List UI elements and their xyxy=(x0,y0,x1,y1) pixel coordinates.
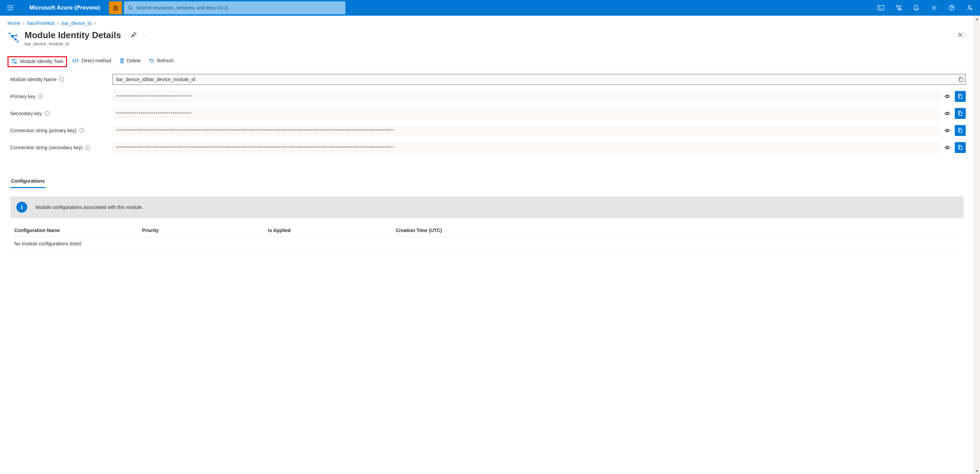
info-banner-text: Module configurations associated with th… xyxy=(35,204,143,210)
svg-point-14 xyxy=(899,8,901,11)
breadcrumb: Home › barsFirstHub › bar_device_id › xyxy=(0,16,974,29)
configurations-grid: Configuration Name Priority Is Applied C… xyxy=(0,218,974,251)
reveal-button[interactable] xyxy=(943,126,952,135)
copy-button[interactable] xyxy=(955,108,966,119)
feedback-button[interactable] xyxy=(962,0,977,15)
pin-button[interactable] xyxy=(131,32,137,37)
svg-rect-39 xyxy=(959,112,962,115)
direct-method-button[interactable]: Direct method xyxy=(68,56,115,67)
svg-point-31 xyxy=(15,62,16,63)
info-icon: i xyxy=(16,202,27,213)
chevron-right-icon: › xyxy=(93,21,96,26)
scroll-up-button[interactable]: ▲ xyxy=(974,16,980,22)
table-header-row: Configuration Name Priority Is Applied C… xyxy=(14,228,959,237)
delete-button[interactable]: Delete xyxy=(116,56,144,67)
top-bar: Microsoft Azure (Preview) xyxy=(0,0,980,16)
preview-bug-button[interactable] xyxy=(109,2,122,14)
svg-point-3 xyxy=(114,6,117,10)
field-label-conn-primary: Connection string (primary key) xyxy=(10,128,76,133)
properties-form: Module Identity Namei bar_device_id/bar_… xyxy=(0,67,974,169)
notifications-button[interactable] xyxy=(908,0,924,15)
svg-rect-41 xyxy=(959,129,962,132)
trash-icon xyxy=(119,58,124,63)
cloud-shell-button[interactable] xyxy=(873,0,889,15)
svg-point-10 xyxy=(129,6,132,9)
module-identity-twin-button[interactable]: Module Identity Twin xyxy=(8,56,67,67)
copy-icon[interactable] xyxy=(959,77,963,82)
svg-line-32 xyxy=(75,59,76,63)
page-title: Module Identity Details xyxy=(24,30,121,41)
svg-line-25 xyxy=(13,35,16,36)
info-icon[interactable]: i xyxy=(45,111,49,116)
copy-button[interactable] xyxy=(955,142,966,153)
svg-line-7 xyxy=(117,8,118,9)
conn-secondary-field[interactable]: ****************************************… xyxy=(112,142,940,153)
svg-point-23 xyxy=(16,35,18,37)
section-tabs: Configurations xyxy=(0,169,974,188)
svg-point-36 xyxy=(947,96,948,97)
breadcrumb-hub[interactable]: barsFirstHub xyxy=(27,21,54,26)
info-icon[interactable]: i xyxy=(85,145,90,150)
svg-rect-37 xyxy=(959,95,962,99)
svg-point-42 xyxy=(947,147,948,148)
svg-point-40 xyxy=(947,130,948,131)
reveal-button[interactable] xyxy=(943,109,952,118)
directory-filter-button[interactable] xyxy=(891,0,907,15)
svg-line-9 xyxy=(116,10,117,10)
toolbar-label: Direct method xyxy=(81,58,111,63)
tab-configurations[interactable]: Configurations xyxy=(10,176,46,188)
sliders-icon xyxy=(11,59,18,64)
search-box[interactable] xyxy=(124,2,345,14)
help-button[interactable] xyxy=(944,0,959,15)
copy-button[interactable] xyxy=(955,125,966,136)
col-config-name[interactable]: Configuration Name xyxy=(14,228,142,233)
breadcrumb-device[interactable]: bar_device_id xyxy=(62,21,91,26)
svg-rect-43 xyxy=(959,146,962,150)
info-icon[interactable]: i xyxy=(38,94,43,99)
reveal-button[interactable] xyxy=(943,92,952,101)
search-input[interactable] xyxy=(136,5,341,11)
refresh-button[interactable]: Refresh xyxy=(145,56,177,67)
vertical-scrollbar[interactable]: ▲ ▼ xyxy=(974,16,980,474)
refresh-icon xyxy=(149,58,154,63)
info-banner: i Module configurations associated with … xyxy=(10,196,964,218)
brand-label[interactable]: Microsoft Azure (Preview) xyxy=(20,5,107,11)
toolbar-label: Module Identity Twin xyxy=(20,59,64,64)
chevron-right-icon: › xyxy=(22,21,25,26)
col-is-applied[interactable]: Is Applied xyxy=(268,228,396,233)
reveal-button[interactable] xyxy=(943,143,952,152)
field-label-conn-secondary: Connection string (secondary key) xyxy=(10,145,83,150)
col-priority[interactable]: Priority xyxy=(142,228,268,233)
chevron-right-icon: › xyxy=(57,21,60,26)
svg-point-17 xyxy=(951,9,952,10)
conn-primary-field[interactable]: ****************************************… xyxy=(112,125,940,136)
more-button[interactable]: ··· xyxy=(143,32,149,37)
copy-button[interactable] xyxy=(955,91,966,102)
breadcrumb-home[interactable]: Home xyxy=(8,21,20,26)
scroll-down-button[interactable]: ▼ xyxy=(974,468,980,474)
close-button[interactable] xyxy=(954,30,966,40)
field-label-name: Module Identity Name xyxy=(10,77,57,82)
svg-line-8 xyxy=(114,10,115,10)
info-icon[interactable]: i xyxy=(59,77,64,82)
svg-point-15 xyxy=(933,7,935,9)
svg-line-4 xyxy=(113,8,114,8)
secondary-key-field[interactable]: **************************************** xyxy=(112,108,940,119)
module-name-value: bar_device_id/bar_device_module_id xyxy=(116,77,195,82)
primary-key-field[interactable]: **************************************** xyxy=(112,91,940,102)
col-creation-time[interactable]: Creation Time (UTC) xyxy=(396,228,959,233)
code-icon xyxy=(72,58,79,63)
svg-point-18 xyxy=(969,5,970,8)
toolbar-label: Refresh xyxy=(157,58,174,63)
info-icon[interactable]: i xyxy=(80,128,84,133)
hamburger-menu-button[interactable] xyxy=(3,0,18,15)
svg-point-38 xyxy=(947,113,948,115)
settings-button[interactable] xyxy=(926,0,942,15)
command-bar: Module Identity Twin Direct method Delet… xyxy=(0,54,974,67)
search-icon xyxy=(128,5,133,10)
page-subtitle: bar_device_module_id xyxy=(24,41,121,46)
page-header: Module Identity Details bar_device_modul… xyxy=(0,29,974,48)
module-name-field[interactable]: bar_device_id/bar_device_module_id xyxy=(112,74,966,85)
svg-line-5 xyxy=(113,8,114,9)
table-empty-row: No module configurations listed. xyxy=(14,237,959,251)
